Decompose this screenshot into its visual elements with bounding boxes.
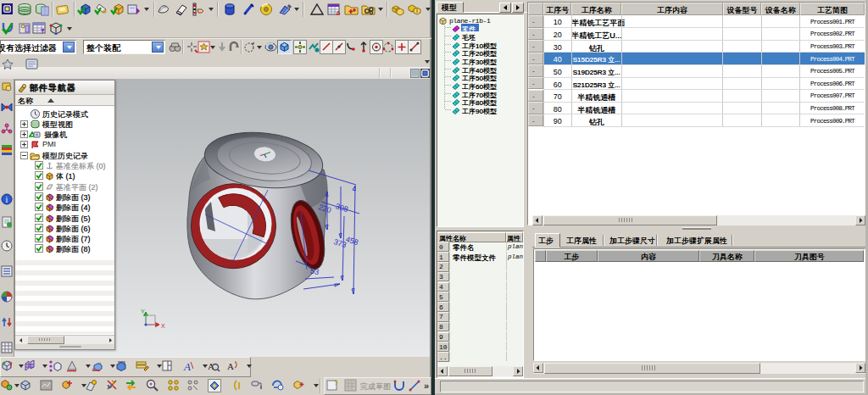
svg-text:A: A bbox=[227, 361, 234, 371]
svg-text:308: 308 bbox=[335, 202, 349, 214]
svg-text:53: 53 bbox=[309, 266, 320, 276]
svg-text:A: A bbox=[183, 360, 191, 373]
svg-text:458: 458 bbox=[345, 235, 359, 247]
svg-text:X: X bbox=[161, 323, 165, 329]
svg-text:Y: Y bbox=[141, 309, 145, 314]
svg-text:i: i bbox=[6, 195, 8, 204]
